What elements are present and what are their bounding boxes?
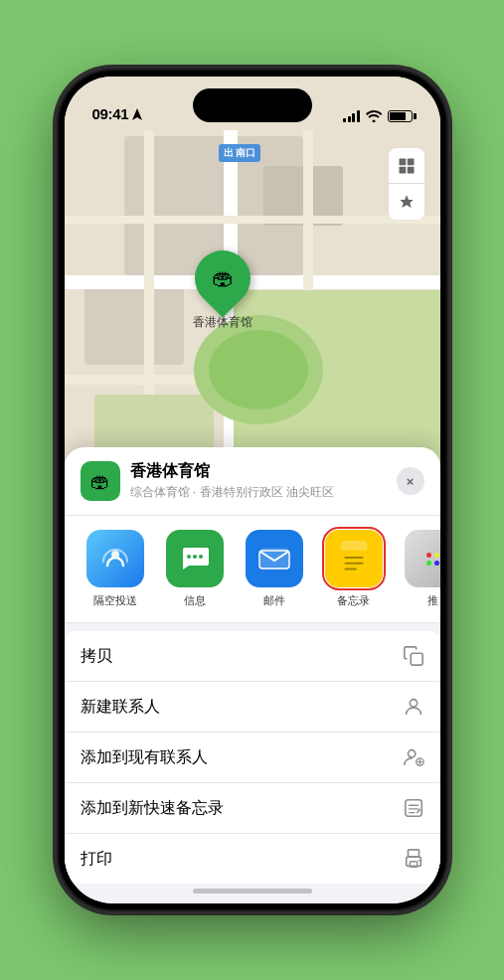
notes-label: 备忘录 xyxy=(337,593,370,608)
print-label: 打印 xyxy=(81,849,112,870)
bottom-sheet: 🏟 香港体育馆 综合体育馆 · 香港特别行政区 油尖旺区 × xyxy=(65,447,440,903)
svg-rect-2 xyxy=(84,285,184,365)
svg-rect-26 xyxy=(340,547,367,551)
mail-icon-wrap xyxy=(246,530,303,587)
svg-point-32 xyxy=(408,750,415,757)
svg-point-13 xyxy=(209,330,308,409)
svg-point-31 xyxy=(410,700,417,707)
status-icons xyxy=(343,110,413,122)
wifi-icon xyxy=(366,110,382,122)
map-svg xyxy=(65,77,440,494)
map-controls[interactable] xyxy=(389,148,424,220)
svg-rect-36 xyxy=(405,800,421,817)
dynamic-island xyxy=(193,88,312,122)
location-icon xyxy=(399,194,415,210)
more-dots xyxy=(426,553,439,566)
svg-point-20 xyxy=(193,555,197,559)
action-print[interactable]: 打印 xyxy=(65,834,440,884)
svg-rect-22 xyxy=(260,549,288,569)
messages-icon xyxy=(179,544,211,573)
action-add-existing-contact[interactable]: 添加到现有联系人 xyxy=(65,733,440,783)
map-view-button[interactable] xyxy=(389,148,424,184)
quick-note-icon xyxy=(403,797,424,819)
share-item-messages[interactable]: 信息 xyxy=(160,530,230,608)
person-add-icon xyxy=(403,746,424,768)
svg-rect-40 xyxy=(408,850,419,857)
svg-rect-9 xyxy=(65,216,440,224)
location-button[interactable] xyxy=(389,184,424,220)
location-icon-wrap: 🏟 xyxy=(81,461,120,501)
more-label: 推 xyxy=(427,593,438,608)
map-icon xyxy=(398,157,416,175)
notes-icon xyxy=(336,539,372,578)
exit-badge: 出 南口 xyxy=(219,144,261,162)
action-add-quick-note[interactable]: 添加到新快速备忘录 xyxy=(65,783,440,834)
notes-icon-wrap xyxy=(325,530,383,587)
add-quick-note-label: 添加到新快速备忘录 xyxy=(81,798,224,819)
battery-icon xyxy=(388,110,413,122)
marker-pin: 🏟 xyxy=(183,239,261,317)
printer-icon xyxy=(403,848,424,870)
svg-point-19 xyxy=(187,555,191,559)
status-time: 09:41 xyxy=(92,105,129,122)
phone-screen: 09:41 xyxy=(65,77,440,903)
share-item-airdrop[interactable]: 隔空投送 xyxy=(81,530,150,608)
person-icon xyxy=(403,696,424,718)
venue-icon: 🏟 xyxy=(90,470,110,493)
stadium-icon: 🏟 xyxy=(212,265,234,291)
stadium-marker: 🏟 香港体育馆 xyxy=(193,250,252,331)
mail-icon xyxy=(258,547,290,571)
signal-bars xyxy=(343,110,360,122)
share-row: 隔空投送 信息 xyxy=(65,516,440,623)
close-button[interactable]: × xyxy=(397,467,424,495)
svg-rect-15 xyxy=(407,158,414,165)
location-subtitle: 综合体育馆 · 香港特别行政区 油尖旺区 xyxy=(130,484,334,501)
svg-point-21 xyxy=(199,555,203,559)
mail-label: 邮件 xyxy=(263,593,285,608)
messages-icon-wrap xyxy=(166,530,224,587)
airdrop-label: 隔空投送 xyxy=(93,593,137,608)
phone-frame: 09:41 xyxy=(59,71,446,909)
share-item-notes[interactable]: 备忘录 xyxy=(319,530,389,608)
location-title: 香港体育馆 xyxy=(130,461,334,482)
more-icon-wrap xyxy=(405,530,440,587)
home-indicator xyxy=(193,889,312,894)
svg-rect-17 xyxy=(407,166,414,173)
action-list: 拷贝 新建联系人 添加到现有联系人 xyxy=(65,631,440,884)
map-area: 出 南口 xyxy=(65,77,440,494)
svg-rect-16 xyxy=(399,166,406,173)
location-info: 🏟 香港体育馆 综合体育馆 · 香港特别行政区 油尖旺区 xyxy=(81,461,334,501)
airdrop-icon-wrap xyxy=(86,530,144,587)
copy-label: 拷贝 xyxy=(81,646,112,667)
action-new-contact[interactable]: 新建联系人 xyxy=(65,682,440,733)
copy-icon xyxy=(403,645,424,667)
new-contact-label: 新建联系人 xyxy=(81,697,160,718)
share-item-more[interactable]: 推 xyxy=(399,530,440,608)
svg-point-43 xyxy=(418,860,420,862)
add-existing-label: 添加到现有联系人 xyxy=(81,747,208,768)
share-item-mail[interactable]: 邮件 xyxy=(240,530,309,608)
messages-label: 信息 xyxy=(184,593,206,608)
close-icon: × xyxy=(407,474,415,489)
map-label: 出 南口 xyxy=(219,144,261,162)
svg-rect-30 xyxy=(411,653,422,665)
svg-rect-4 xyxy=(65,275,440,289)
location-text: 香港体育馆 综合体育馆 · 香港特别行政区 油尖旺区 xyxy=(130,461,334,501)
airdrop-icon xyxy=(100,544,130,573)
svg-rect-14 xyxy=(399,158,406,165)
location-arrow-icon xyxy=(132,108,142,120)
action-copy[interactable]: 拷贝 xyxy=(65,631,440,682)
location-card: 🏟 香港体育馆 综合体育馆 · 香港特别行政区 油尖旺区 × xyxy=(65,447,440,516)
